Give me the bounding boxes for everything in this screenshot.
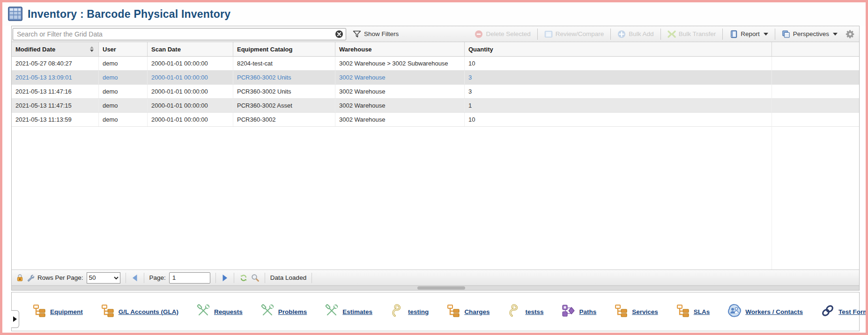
table-row[interactable]: 2021-05-13 11:47:15 demo 2000-01-01 00:0… <box>12 99 859 113</box>
next-page-icon[interactable] <box>221 274 229 282</box>
column-guide-line <box>772 57 772 269</box>
column-header-user[interactable]: User <box>99 42 148 56</box>
dock-tab-label[interactable]: Paths <box>579 308 596 315</box>
dock-tab[interactable]: SLAs <box>676 304 710 320</box>
charges-tree-icon <box>446 304 460 320</box>
refresh-icon[interactable] <box>239 274 248 282</box>
pager-separator <box>215 273 216 283</box>
delete-selected-button[interactable]: Delete Selected <box>472 29 533 40</box>
page-number-input[interactable] <box>169 272 210 284</box>
column-header-modified-date[interactable]: Modified Date <box>12 42 99 56</box>
dock-tab[interactable]: Charges <box>446 304 490 320</box>
dock-tab[interactable]: G/L Accounts (GLA) <box>101 304 178 320</box>
sort-arrows-icon <box>90 46 95 52</box>
dock-tab[interactable]: testss <box>507 304 543 320</box>
toolbar-separator <box>660 29 661 40</box>
dock-tab-label[interactable]: Services <box>632 308 658 315</box>
cell-warehouse: 3002 Warehouse <box>335 85 465 98</box>
bulk-transfer-icon <box>668 30 676 38</box>
dock-tab-label[interactable]: testing <box>408 308 429 315</box>
dock-tab-label[interactable]: Workers / Contacts <box>745 308 803 315</box>
perspectives-button[interactable]: Perspectives <box>779 29 840 40</box>
cell-scan-date: 2000-01-01 00:00:00 <box>148 85 233 98</box>
report-button[interactable]: Report <box>727 29 771 40</box>
search-zoom-icon[interactable] <box>251 274 260 282</box>
paperclip-icon <box>390 304 404 320</box>
dock-tab-label[interactable]: Test Form <box>838 308 868 315</box>
cell-user: demo <box>99 71 148 84</box>
table-row[interactable]: 2021-05-27 08:40:27 demo 2000-01-01 00:0… <box>12 57 859 71</box>
search-input[interactable] <box>13 28 346 40</box>
clear-search-icon[interactable] <box>335 30 343 38</box>
dock-tab[interactable]: Paths <box>561 304 596 320</box>
cell-modified-date: 2021-05-13 11:47:15 <box>12 99 99 112</box>
dock-tab[interactable]: Problems <box>260 304 307 320</box>
bulk-add-plus-icon <box>617 30 626 38</box>
column-header-warehouse[interactable]: Warehouse <box>335 42 465 56</box>
column-header-quantity[interactable]: Quantity <box>465 42 772 56</box>
pager-separator <box>126 273 126 283</box>
lock-icon[interactable] <box>16 274 23 282</box>
horizontal-scrollbar[interactable] <box>12 285 859 290</box>
dock-tab-label[interactable]: Requests <box>214 308 243 315</box>
dock-tab[interactable]: Services <box>614 304 658 320</box>
cell-empty <box>772 113 859 126</box>
rows-per-page-select[interactable]: 50 <box>87 272 120 284</box>
dock-tab-label[interactable]: SLAs <box>694 308 710 315</box>
review-compare-button[interactable]: Review/Compare <box>542 29 607 40</box>
bulk-transfer-button[interactable]: Bulk Transfer <box>665 29 719 40</box>
delete-selected-label: Delete Selected <box>486 30 530 37</box>
dock-tab[interactable]: Equipment <box>32 304 83 320</box>
dock-tab-label[interactable]: Equipment <box>50 308 83 315</box>
cell-scan-date: 2000-01-01 00:00:00 <box>148 71 233 84</box>
cell-equipment-catalog: 8204-test-cat <box>233 57 335 70</box>
previous-page-icon[interactable] <box>131 274 139 282</box>
bottom-dock-bar: Equipment G/L Accounts (GLA) Requests Pr… <box>11 292 860 331</box>
cell-modified-date: 2021-05-13 11:47:16 <box>12 85 99 98</box>
tools-icon <box>196 304 210 320</box>
column-header-equipment-catalog[interactable]: Equipment Catalog <box>233 42 335 56</box>
review-compare-label: Review/Compare <box>556 30 604 37</box>
filter-funnel-icon <box>353 30 361 38</box>
dock-tab-label[interactable]: G/L Accounts (GLA) <box>119 308 178 315</box>
bulk-add-button[interactable]: Bulk Add <box>615 29 656 40</box>
settings-gear-icon[interactable] <box>845 29 855 39</box>
cell-empty <box>772 99 859 112</box>
column-header-label: Modified Date <box>15 46 55 53</box>
dock-tab[interactable]: Requests <box>196 304 243 320</box>
cell-warehouse: 3002 Warehouse <box>335 99 465 112</box>
search-field-wrap <box>13 28 346 40</box>
scrollbar-thumb[interactable] <box>417 286 465 290</box>
show-filters-button[interactable]: Show Filters <box>350 29 401 40</box>
dock-tab-label[interactable]: Charges <box>464 308 490 315</box>
grid-panel: Show Filters Delete Selected Review/Comp… <box>11 26 860 291</box>
table-row[interactable]: 2021-05-13 11:47:16 demo 2000-01-01 00:0… <box>12 85 859 99</box>
pager-separator <box>234 273 234 283</box>
cell-equipment-catalog: PCR360-3002 Units <box>233 85 335 98</box>
dock-tab-label[interactable]: Problems <box>278 308 307 315</box>
cell-equipment-catalog: PCR360-3002 Asset <box>233 99 335 112</box>
cell-modified-date: 2021-05-13 13:09:01 <box>12 71 99 84</box>
table-row[interactable]: 2021-05-13 11:13:59 demo 2000-01-01 00:0… <box>12 113 859 127</box>
cell-scan-date: 2000-01-01 00:00:00 <box>148 57 233 70</box>
dock-tab[interactable]: testing <box>390 304 429 320</box>
cell-user: demo <box>99 57 148 70</box>
cell-scan-date: 2000-01-01 00:00:00 <box>148 113 233 126</box>
gl-accounts-tree-icon <box>101 304 115 320</box>
column-header-label: Equipment Catalog <box>237 46 292 53</box>
tools-icon <box>260 304 274 320</box>
dock-expander-button[interactable] <box>11 310 19 328</box>
cell-equipment-catalog: PCR360-3002 Units <box>233 71 335 84</box>
dock-tab[interactable]: Workers / Contacts <box>727 304 803 320</box>
column-header-scan-date[interactable]: Scan Date <box>148 42 233 56</box>
dock-tab-label[interactable]: Estimates <box>342 308 372 315</box>
page-label: Page: <box>149 274 166 281</box>
table-row[interactable]: 2021-05-13 13:09:01 demo 2000-01-01 00:0… <box>12 71 859 85</box>
report-label: Report <box>741 30 760 37</box>
wrench-icon[interactable] <box>27 274 34 282</box>
cell-warehouse: 3002 Warehouse > 3002 Subwarehouse <box>335 57 465 70</box>
cell-empty <box>772 57 859 70</box>
dock-tab-label[interactable]: testss <box>525 308 543 315</box>
dock-tab[interactable]: Test Form <box>821 304 868 320</box>
dock-tab[interactable]: Estimates <box>325 304 372 320</box>
